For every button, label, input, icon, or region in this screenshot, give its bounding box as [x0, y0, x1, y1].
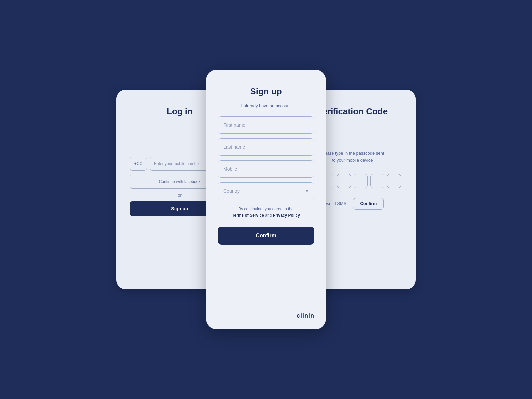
- confirm-button[interactable]: Confirm: [218, 227, 314, 245]
- passcode-box-3[interactable]: [337, 174, 351, 188]
- first-name-field[interactable]: First name: [218, 116, 314, 134]
- dropdown-arrow-icon: ▼: [305, 189, 309, 193]
- terms-text: By continuing, you agree to the Terms of…: [232, 206, 300, 219]
- mobile-field[interactable]: Mobile: [218, 160, 314, 178]
- last-name-field[interactable]: Last name: [218, 138, 314, 156]
- login-title: Log in: [167, 106, 193, 117]
- already-account-link[interactable]: I already have an account: [241, 103, 291, 108]
- passcode-box-4[interactable]: [354, 174, 368, 188]
- verification-title: Verification Code: [317, 106, 388, 117]
- verification-confirm-button[interactable]: Confirm: [353, 198, 384, 210]
- cards-container: Log in +CC Enter your mobile number Cont…: [116, 70, 416, 329]
- terms-of-service-link[interactable]: Terms of Service: [232, 213, 264, 218]
- brand-logo: clinin: [297, 312, 314, 319]
- country-select[interactable]: Country ▼: [218, 182, 314, 200]
- privacy-policy-link[interactable]: Privacy Policy: [273, 213, 300, 218]
- verification-description: Please type in the passcode sent to your…: [321, 150, 384, 164]
- passcode-box-6[interactable]: [387, 174, 401, 188]
- signup-title: Sign up: [250, 86, 282, 97]
- passcode-box-5[interactable]: [370, 174, 384, 188]
- signup-card: Sign up I already have an account First …: [206, 70, 326, 329]
- country-code-box[interactable]: +CC: [130, 157, 147, 171]
